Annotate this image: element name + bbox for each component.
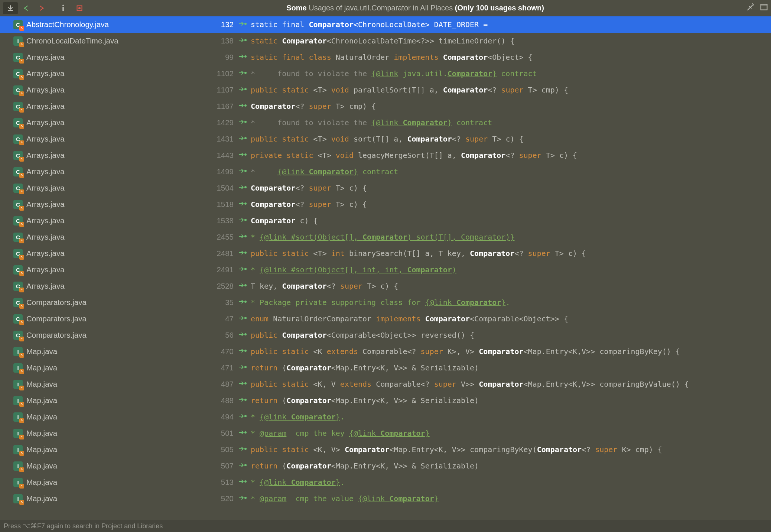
code-snippet: public static <T> void parallelSort(T[] … [251, 85, 568, 94]
line-number: 1102 [208, 69, 234, 78]
line-number: 488 [208, 396, 234, 405]
code-snippet: * {@link #sort(Object[], Comparator) sor… [251, 233, 514, 241]
line-number: 138 [208, 36, 234, 45]
navigate-icon [239, 348, 247, 355]
code-snippet: * found to violate the {@link Comparator… [251, 118, 492, 127]
code-snippet: enum NaturalOrderComparator implements C… [251, 314, 568, 323]
usage-row[interactable]: I^Map.java505public static <K, V> Compar… [0, 441, 771, 458]
code-snippet: public static <K, V> Comparator<Map.Entr… [251, 445, 662, 454]
svg-point-2 [62, 5, 64, 6]
pin-button[interactable] [72, 2, 87, 14]
line-number: 1443 [208, 151, 234, 160]
code-snippet: Comparator<? super T> c) { [251, 184, 367, 192]
navigate-icon [239, 332, 247, 338]
file-name: Arrays.java [26, 167, 208, 176]
line-number: 2491 [208, 265, 234, 274]
navigate-icon [239, 283, 247, 289]
usage-row[interactable]: C^Arrays.java99static final class Natura… [0, 49, 771, 65]
usage-row[interactable]: I^ChronoLocalDateTime.java138static Comp… [0, 33, 771, 49]
code-snippet: return (Comparator<Map.Entry<K, V>> & Se… [251, 363, 479, 372]
navigate-icon [239, 103, 247, 110]
line-number: 1167 [208, 102, 234, 111]
class-file-icon: C^ [13, 167, 23, 176]
usage-row[interactable]: C^Arrays.java2481public static <T> int b… [0, 245, 771, 262]
usage-row[interactable]: C^Comparators.java56public Comparator<Co… [0, 327, 771, 343]
class-file-icon: C^ [13, 265, 23, 275]
line-number: 1431 [208, 134, 234, 143]
line-number: 56 [208, 331, 234, 340]
code-snippet: T key, Comparator<? super T> c) { [251, 282, 398, 291]
usage-row[interactable]: C^Arrays.java2455* {@link #sort(Object[]… [0, 229, 771, 245]
usage-row[interactable]: C^Arrays.java1538Comparator c) { [0, 213, 771, 229]
quick-preview-icon[interactable] [760, 3, 768, 13]
file-name: Arrays.java [26, 216, 208, 225]
line-number: 35 [208, 298, 234, 307]
info-button[interactable] [56, 2, 71, 14]
usage-row[interactable]: I^Map.java471return (Comparator<Map.Entr… [0, 360, 771, 376]
usage-row[interactable]: I^Map.java513* {@link Comparator}. [0, 474, 771, 490]
usage-row[interactable]: C^Arrays.java1431public static <T> void … [0, 131, 771, 147]
prev-occurrence-button[interactable] [19, 2, 33, 14]
usage-row[interactable]: C^Arrays.java1499* {@link Comparator} co… [0, 163, 771, 180]
navigate-icon [239, 201, 247, 208]
next-occurrence-button[interactable] [34, 2, 49, 14]
usage-row[interactable]: I^Map.java487public static <K, V extends… [0, 376, 771, 392]
svg-rect-6 [761, 4, 767, 10]
file-name: Comparators.java [26, 298, 208, 307]
interface-file-icon: I^ [13, 396, 23, 405]
line-number: 47 [208, 314, 234, 323]
navigate-icon [239, 54, 247, 61]
class-file-icon: C^ [13, 282, 23, 291]
class-file-icon: C^ [13, 298, 23, 307]
file-name: Arrays.java [26, 233, 208, 241]
usage-row[interactable]: I^Map.java494* {@link Comparator}. [0, 409, 771, 425]
usage-row[interactable]: C^Arrays.java2491* {@link #sort(Object[]… [0, 262, 771, 278]
usage-row[interactable]: I^Map.java501* @param cmp the key {@link… [0, 425, 771, 441]
usage-row[interactable]: C^AbstractChronology.java132static final… [0, 16, 771, 33]
settings-icon[interactable] [746, 3, 755, 13]
title: Some Usages of java.util.Comparator in A… [88, 4, 743, 12]
class-file-icon: C^ [13, 249, 23, 258]
navigate-icon [239, 70, 247, 77]
line-number: 99 [208, 53, 234, 62]
file-name: Map.java [26, 494, 208, 503]
code-snippet: * {@link Comparator}. [251, 478, 345, 487]
interface-file-icon: I^ [13, 494, 23, 503]
usage-row[interactable]: C^Comparators.java47enum NaturalOrderCom… [0, 311, 771, 327]
file-name: Arrays.java [26, 134, 208, 143]
usage-row[interactable]: C^Arrays.java1518Comparator<? super T> c… [0, 196, 771, 213]
navigate-icon [239, 479, 247, 486]
svg-point-13 [244, 104, 247, 107]
file-name: Arrays.java [26, 53, 208, 62]
svg-point-32 [244, 415, 247, 417]
usage-row[interactable]: C^Arrays.java1107public static <T> void … [0, 82, 771, 98]
class-file-icon: C^ [13, 53, 23, 62]
file-name: Map.java [26, 445, 208, 454]
code-snippet: Comparator<? super T> c) { [251, 200, 367, 209]
file-name: Arrays.java [26, 85, 208, 94]
svg-rect-3 [62, 7, 64, 11]
usage-row[interactable]: I^Map.java507return (Comparator<Map.Entr… [0, 458, 771, 474]
file-name: Comparators.java [26, 314, 208, 323]
usage-row[interactable]: I^Map.java488return (Comparator<Map.Entr… [0, 392, 771, 409]
svg-point-35 [244, 464, 247, 466]
class-file-icon: C^ [13, 20, 23, 29]
file-name: Arrays.java [26, 249, 208, 258]
usage-row[interactable]: C^Arrays.java1443private static <T> void… [0, 147, 771, 163]
svg-point-26 [244, 317, 247, 319]
open-in-find-window-button[interactable] [3, 2, 18, 14]
class-file-icon: C^ [13, 134, 23, 144]
code-snippet: public static <T> void sort(T[] a, Compa… [251, 134, 524, 143]
usage-row[interactable]: C^Comparators.java35* Package private su… [0, 294, 771, 311]
interface-file-icon: I^ [13, 461, 23, 471]
usage-row[interactable]: C^Arrays.java1167Comparator<? super T> c… [0, 98, 771, 114]
usage-row[interactable]: C^Arrays.java1429* found to violate the … [0, 114, 771, 131]
interface-file-icon: I^ [13, 347, 23, 356]
svg-point-27 [244, 333, 247, 335]
usage-row[interactable]: I^Map.java520* @param cmp the value {@li… [0, 490, 771, 507]
usage-row[interactable]: C^Arrays.java2528T key, Comparator<? sup… [0, 278, 771, 294]
usage-row[interactable]: C^Arrays.java1102* found to violate the … [0, 65, 771, 82]
svg-point-34 [244, 448, 247, 450]
usage-row[interactable]: C^Arrays.java1504Comparator<? super T> c… [0, 180, 771, 196]
usage-row[interactable]: I^Map.java470public static <K extends Co… [0, 343, 771, 360]
